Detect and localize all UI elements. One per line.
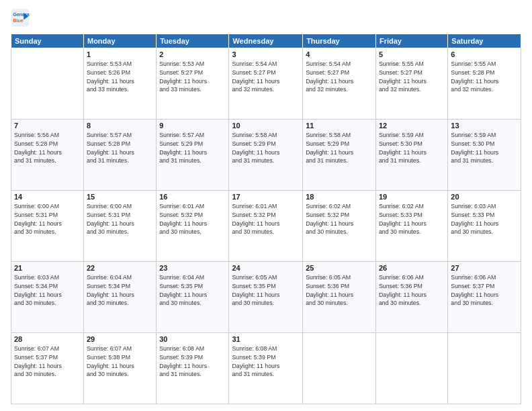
day-info: Sunrise: 6:04 AM Sunset: 5:34 PM Dayligh… [87,273,153,308]
day-info: Sunrise: 6:02 AM Sunset: 5:32 PM Dayligh… [306,202,373,236]
header-row: SundayMondayTuesdayWednesdayThursdayFrid… [11,34,521,48]
day-cell: 23Sunrise: 6:04 AM Sunset: 5:35 PM Dayli… [157,262,229,333]
svg-text:Blue: Blue [13,18,24,23]
day-cell: 14Sunrise: 6:00 AM Sunset: 5:31 PM Dayli… [11,191,84,262]
col-header-wednesday: Wednesday [229,34,303,48]
calendar-table: SundayMondayTuesdayWednesdayThursdayFrid… [11,34,521,404]
day-info: Sunrise: 6:07 AM Sunset: 5:37 PM Dayligh… [14,345,81,379]
day-number: 19 [379,193,445,201]
col-header-tuesday: Tuesday [157,34,229,48]
day-info: Sunrise: 5:57 AM Sunset: 5:28 PM Dayligh… [87,131,153,165]
day-cell: 31Sunrise: 6:08 AM Sunset: 5:39 PM Dayli… [229,333,303,404]
day-number: 29 [87,335,153,343]
day-cell: 7Sunrise: 5:56 AM Sunset: 5:28 PM Daylig… [11,120,84,191]
day-info: Sunrise: 6:06 AM Sunset: 5:36 PM Dayligh… [379,273,445,308]
col-header-sunday: Sunday [11,34,84,48]
day-number: 16 [159,193,226,201]
day-cell: 10Sunrise: 5:58 AM Sunset: 5:29 PM Dayli… [229,120,303,191]
day-cell: 19Sunrise: 6:02 AM Sunset: 5:33 PM Dayli… [375,191,447,262]
day-cell: 25Sunrise: 6:05 AM Sunset: 5:36 PM Dayli… [303,262,376,333]
day-info: Sunrise: 6:01 AM Sunset: 5:32 PM Dayligh… [159,202,226,236]
day-cell: 11Sunrise: 5:58 AM Sunset: 5:29 PM Dayli… [303,120,376,191]
day-number: 21 [14,264,81,272]
day-info: Sunrise: 6:06 AM Sunset: 5:37 PM Dayligh… [451,273,518,308]
day-number: 15 [87,193,153,201]
day-cell: 20Sunrise: 6:03 AM Sunset: 5:33 PM Dayli… [448,191,521,262]
day-number: 12 [379,122,445,130]
day-number: 7 [14,122,81,130]
day-number: 27 [451,264,518,272]
day-info: Sunrise: 6:00 AM Sunset: 5:31 PM Dayligh… [14,202,81,236]
day-cell: 2Sunrise: 5:53 AM Sunset: 5:27 PM Daylig… [157,48,229,120]
day-info: Sunrise: 6:08 AM Sunset: 5:39 PM Dayligh… [232,345,300,379]
day-info: Sunrise: 5:54 AM Sunset: 5:27 PM Dayligh… [232,60,300,94]
day-info: Sunrise: 5:57 AM Sunset: 5:29 PM Dayligh… [159,131,226,165]
col-header-thursday: Thursday [303,34,376,48]
day-info: Sunrise: 5:58 AM Sunset: 5:29 PM Dayligh… [232,131,300,165]
day-number: 25 [306,264,373,272]
day-info: Sunrise: 6:04 AM Sunset: 5:35 PM Dayligh… [159,273,226,308]
day-number: 9 [159,122,226,130]
day-number: 17 [232,193,300,201]
day-info: Sunrise: 5:53 AM Sunset: 5:27 PM Dayligh… [159,60,226,94]
page: General Blue SundayMondayTuesdayWednesda… [0,0,532,411]
day-info: Sunrise: 5:59 AM Sunset: 5:30 PM Dayligh… [451,131,518,165]
day-cell: 9Sunrise: 5:57 AM Sunset: 5:29 PM Daylig… [157,120,229,191]
day-cell: 30Sunrise: 6:08 AM Sunset: 5:39 PM Dayli… [157,333,229,404]
day-cell: 22Sunrise: 6:04 AM Sunset: 5:34 PM Dayli… [83,262,156,333]
col-header-monday: Monday [83,34,156,48]
day-cell: 15Sunrise: 6:00 AM Sunset: 5:31 PM Dayli… [83,191,156,262]
logo-icon: General Blue [11,8,30,27]
day-info: Sunrise: 6:01 AM Sunset: 5:32 PM Dayligh… [232,202,300,236]
day-number: 6 [451,50,518,58]
day-info: Sunrise: 5:59 AM Sunset: 5:30 PM Dayligh… [379,131,445,165]
day-cell: 18Sunrise: 6:02 AM Sunset: 5:32 PM Dayli… [303,191,376,262]
col-header-friday: Friday [375,34,447,48]
day-info: Sunrise: 6:02 AM Sunset: 5:33 PM Dayligh… [379,202,445,236]
day-cell: 27Sunrise: 6:06 AM Sunset: 5:37 PM Dayli… [448,262,521,333]
week-row-3: 14Sunrise: 6:00 AM Sunset: 5:31 PM Dayli… [11,191,521,262]
day-info: Sunrise: 6:08 AM Sunset: 5:39 PM Dayligh… [159,345,226,379]
day-info: Sunrise: 6:03 AM Sunset: 5:34 PM Dayligh… [14,273,81,308]
day-cell: 13Sunrise: 5:59 AM Sunset: 5:30 PM Dayli… [448,120,521,191]
day-cell: 28Sunrise: 6:07 AM Sunset: 5:37 PM Dayli… [11,333,84,404]
day-number: 28 [14,335,81,343]
day-cell: 3Sunrise: 5:54 AM Sunset: 5:27 PM Daylig… [229,48,303,120]
day-info: Sunrise: 5:56 AM Sunset: 5:28 PM Dayligh… [14,131,81,165]
day-number: 13 [451,122,518,130]
day-info: Sunrise: 5:53 AM Sunset: 5:26 PM Dayligh… [87,60,153,94]
day-cell: 5Sunrise: 5:55 AM Sunset: 5:27 PM Daylig… [375,48,447,120]
day-number: 30 [159,335,226,343]
day-cell: 8Sunrise: 5:57 AM Sunset: 5:28 PM Daylig… [83,120,156,191]
day-info: Sunrise: 6:05 AM Sunset: 5:36 PM Dayligh… [306,273,373,308]
day-number: 23 [159,264,226,272]
day-cell: 4Sunrise: 5:54 AM Sunset: 5:27 PM Daylig… [303,48,376,120]
day-number: 14 [14,193,81,201]
day-info: Sunrise: 6:00 AM Sunset: 5:31 PM Dayligh… [87,202,153,236]
day-cell: 26Sunrise: 6:06 AM Sunset: 5:36 PM Dayli… [375,262,447,333]
day-number: 10 [232,122,300,130]
day-cell [303,333,376,404]
day-info: Sunrise: 6:03 AM Sunset: 5:33 PM Dayligh… [451,202,518,236]
day-number: 24 [232,264,300,272]
day-cell: 17Sunrise: 6:01 AM Sunset: 5:32 PM Dayli… [229,191,303,262]
day-cell: 16Sunrise: 6:01 AM Sunset: 5:32 PM Dayli… [157,191,229,262]
day-number: 4 [306,50,373,58]
day-cell: 1Sunrise: 5:53 AM Sunset: 5:26 PM Daylig… [83,48,156,120]
week-row-4: 21Sunrise: 6:03 AM Sunset: 5:34 PM Dayli… [11,262,521,333]
day-cell: 6Sunrise: 5:55 AM Sunset: 5:28 PM Daylig… [448,48,521,120]
week-row-5: 28Sunrise: 6:07 AM Sunset: 5:37 PM Dayli… [11,333,521,404]
day-number: 18 [306,193,373,201]
week-row-1: 1Sunrise: 5:53 AM Sunset: 5:26 PM Daylig… [11,48,521,120]
day-cell: 24Sunrise: 6:05 AM Sunset: 5:35 PM Dayli… [229,262,303,333]
day-info: Sunrise: 6:05 AM Sunset: 5:35 PM Dayligh… [232,273,300,308]
day-cell: 29Sunrise: 6:07 AM Sunset: 5:38 PM Dayli… [83,333,156,404]
day-number: 5 [379,50,445,58]
day-number: 22 [87,264,153,272]
day-info: Sunrise: 5:54 AM Sunset: 5:27 PM Dayligh… [306,60,373,94]
day-cell [448,333,521,404]
header: General Blue [11,8,521,27]
day-number: 1 [87,50,153,58]
day-number: 31 [232,335,300,343]
day-cell [375,333,447,404]
